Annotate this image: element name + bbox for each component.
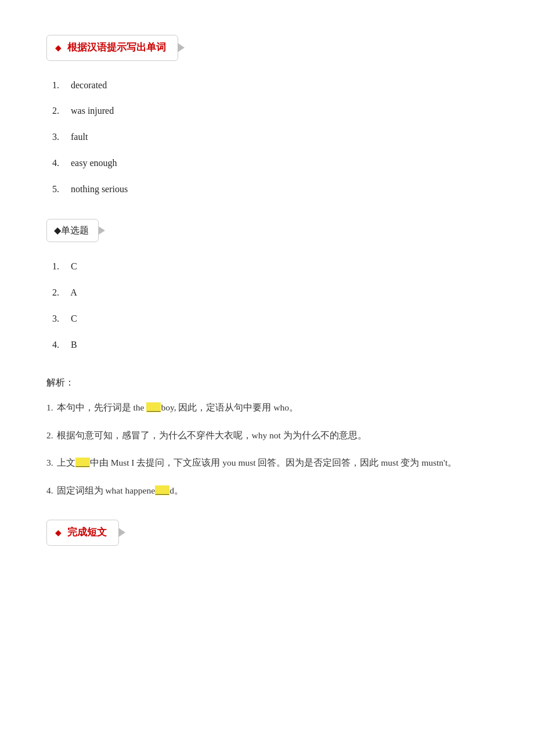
analysis-num: 1. <box>46 402 53 412</box>
section2-title: 单选题 <box>61 222 89 239</box>
list-item: 2. was injured <box>52 103 488 120</box>
item-num: 3. <box>52 311 68 327</box>
analysis-item-1: 1. 本句中，先行词是 the ___boy, 因此，定语从句中要用 who。 <box>46 399 488 416</box>
section3-header: ◆ 完成短文 <box>46 520 119 546</box>
item-answer: A <box>70 287 77 297</box>
section3-diamond: ◆ <box>55 525 62 540</box>
section1-title: 根据汉语提示写出单词 <box>67 39 166 57</box>
item-answer: decorated <box>71 80 107 90</box>
section2-header: ◆ 单选题 <box>46 219 99 243</box>
analysis-num: 3. <box>46 458 53 467</box>
item-num: 3. <box>52 129 68 146</box>
list-item: 3. C <box>52 311 488 327</box>
section-vocabulary: ◆ 根据汉语提示写出单词 1. decorated 2. was injured… <box>46 35 488 198</box>
item-num: 4. <box>52 155 68 172</box>
item-answer: was injured <box>71 106 114 116</box>
list-item: 4. easy enough <box>52 155 488 172</box>
section3-title: 完成短文 <box>67 524 107 542</box>
list-item: 5. nothing serious <box>52 181 488 198</box>
section1-header: ◆ 根据汉语提示写出单词 <box>46 35 178 61</box>
section-composition: ◆ 完成短文 <box>46 520 488 562</box>
analysis-section: 解析： 1. 本句中，先行词是 the ___boy, 因此，定语从句中要用 w… <box>46 375 488 499</box>
highlight-word: ___ <box>146 402 161 412</box>
section2-answer-list: 1. C 2. A 3. C 4. B <box>46 258 488 353</box>
item-num: 4. <box>52 337 68 354</box>
analysis-item-4: 4. 固定词组为 what happene___d。 <box>46 482 488 499</box>
section1-diamond: ◆ <box>55 41 62 55</box>
list-item: 2. A <box>52 285 488 301</box>
item-answer: easy enough <box>71 158 117 168</box>
list-item: 1. C <box>52 258 488 275</box>
item-num: 5. <box>52 181 68 198</box>
section2-diamond: ◆ <box>54 222 61 239</box>
item-answer: C <box>71 261 77 271</box>
analysis-title: 解析： <box>46 375 488 391</box>
highlight-word: ___ <box>155 485 169 495</box>
item-answer: fault <box>71 132 88 142</box>
section1-answer-list: 1. decorated 2. was injured 3. fault 4. … <box>46 77 488 198</box>
item-num: 2. <box>52 285 68 301</box>
analysis-item-2: 2. 根据句意可知，感冒了，为什么不穿件大衣呢，why not 为为什么不的意思… <box>46 427 488 444</box>
item-num: 2. <box>52 103 68 120</box>
item-answer: B <box>71 340 77 350</box>
item-answer: nothing serious <box>71 184 128 194</box>
list-item: 4. B <box>52 337 488 354</box>
item-num: 1. <box>52 258 68 275</box>
item-answer: C <box>71 314 77 323</box>
analysis-num: 2. <box>46 430 53 440</box>
list-item: 1. decorated <box>52 77 488 94</box>
analysis-item-3: 3. 上文___中由 Must I 去提问，下文应该用 you must 回答。… <box>46 454 488 471</box>
list-item: 3. fault <box>52 129 488 146</box>
highlight-word: ___ <box>75 458 90 467</box>
section-multiple-choice: ◆ 单选题 1. C 2. A 3. C 4. B 解析： 1. 本句中，先行词… <box>46 219 488 499</box>
item-num: 1. <box>52 77 68 94</box>
analysis-num: 4. <box>46 485 53 495</box>
